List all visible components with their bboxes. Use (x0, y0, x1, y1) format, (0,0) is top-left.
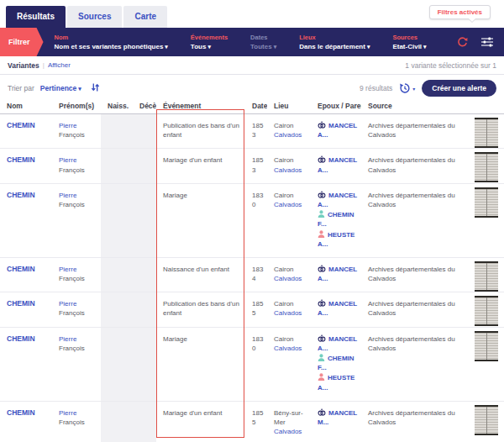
birth-cell (101, 149, 133, 183)
departement-link[interactable]: Calvados (274, 345, 302, 352)
relative-entry: HEUSTE A... (318, 373, 359, 392)
show-variants-link[interactable]: Afficher (48, 61, 71, 69)
firstname-link[interactable]: Pierre (59, 335, 76, 343)
header-naiss[interactable]: Naiss. (101, 99, 133, 114)
relative-entry: MANCEL M... (318, 408, 359, 427)
sort-direction-icon[interactable] (91, 82, 100, 94)
create-alert-button[interactable]: Créer une alerte (422, 80, 496, 97)
filter-group-lieux: Lieux Dans le département▾ (299, 34, 370, 50)
header-deces[interactable]: Décès (133, 99, 156, 114)
death-cell (133, 292, 156, 327)
surname-link[interactable]: CHEMIN (7, 155, 35, 164)
filter-dropdown-sources[interactable]: Etat-Civil▾ (392, 43, 426, 50)
header-date[interactable]: Date (245, 99, 267, 114)
header-evenement[interactable]: Événement (156, 99, 245, 114)
filter-dropdown-dates[interactable]: Toutes▾ (250, 43, 276, 50)
filter-label: Lieux (299, 34, 370, 41)
event-label: Publication des bans d'un enfant (156, 114, 245, 149)
relative-entry: HEUSTE A... (318, 230, 359, 249)
search-history-dropdown[interactable]: ▾ (399, 82, 415, 94)
record-thumbnail[interactable] (475, 331, 498, 361)
death-cell (133, 257, 156, 292)
firstname-link[interactable]: Pierre (59, 192, 76, 199)
relative-entry: CHEMIN F... (318, 354, 359, 372)
event-label: Naissance d'un enfant (156, 257, 245, 292)
result-row: CHEMINPierreFrançoisPublication des bans… (0, 292, 504, 327)
chevron-down-icon: ▾ (412, 86, 415, 92)
header-source[interactable]: Source (361, 99, 472, 114)
chevron-down-icon: ▾ (207, 44, 211, 50)
firstname-link[interactable]: Pierre (59, 156, 76, 164)
chevron-down-icon: ▾ (78, 86, 81, 92)
death-cell (133, 401, 156, 442)
sort-by-label: Trier par (8, 84, 34, 92)
sort-dropdown[interactable]: Pertinence▾ (40, 84, 81, 92)
result-row: CHEMINPierreFrançoisMariage1830CaironCal… (0, 183, 504, 257)
secondary-firstname: François (59, 200, 98, 209)
departement-link[interactable]: Calvados (274, 166, 302, 174)
filter-button[interactable]: Filtrer (0, 28, 44, 56)
departement-link[interactable]: Calvados (274, 131, 302, 139)
firstname-link[interactable]: Pierre (59, 300, 76, 308)
birth-cell (101, 327, 133, 401)
event-date: 1855 (245, 292, 267, 327)
relative-entry: MANCEL A... (318, 155, 359, 174)
rings-icon (318, 408, 326, 416)
chevron-down-icon: ▾ (274, 44, 277, 50)
death-cell (133, 149, 156, 183)
header-prenoms[interactable]: Prénom(s) (52, 99, 101, 114)
rings-icon (318, 299, 326, 307)
tab-carte[interactable]: Carte (123, 6, 167, 28)
results-count: 9 résultats (360, 84, 392, 92)
filter-dropdown-lieux[interactable]: Dans le département▾ (299, 43, 370, 50)
chevron-down-icon: ▾ (367, 44, 370, 50)
surname-link[interactable]: CHEMIN (7, 265, 35, 273)
record-thumbnail[interactable] (475, 118, 498, 148)
place-label: Cairon (274, 121, 308, 130)
filter-group-dates: Dates Toutes▾ (250, 34, 276, 50)
event-date: 1853 (245, 114, 267, 149)
surname-link[interactable]: CHEMIN (7, 191, 35, 199)
record-thumbnail[interactable] (475, 296, 498, 326)
firstname-link[interactable]: Pierre (59, 122, 76, 129)
firstname-link[interactable]: Pierre (59, 409, 76, 417)
birth-cell (101, 257, 133, 292)
filter-bar: Filtrer Nom Nom et ses variantes phonéti… (0, 28, 504, 56)
event-date: 1853 (245, 149, 267, 183)
record-thumbnail[interactable] (475, 187, 498, 218)
departement-link[interactable]: Calvados (274, 309, 302, 317)
rings-icon (318, 191, 326, 198)
surname-link[interactable]: CHEMIN (7, 121, 35, 129)
record-thumbnail[interactable] (475, 152, 498, 182)
filter-dropdown-nom[interactable]: Nom et ses variantes phonétiques▾ (55, 43, 168, 50)
search-results-page: { "glyphs": { "caret": "▾" }, "colors": … (0, 0, 504, 442)
secondary-firstname: François (59, 418, 98, 427)
refresh-icon[interactable] (457, 37, 468, 48)
event-label: Publication des bans d'un enfant (156, 292, 245, 327)
departement-link[interactable]: Calvados (274, 201, 302, 208)
relative-entry: MANCEL A... (318, 121, 359, 139)
secondary-firstname: François (59, 274, 98, 283)
result-row: CHEMINPierreFrançoisPublication des bans… (0, 114, 504, 149)
relative-entry: MANCEL A... (318, 265, 359, 283)
filter-dropdown-evenements[interactable]: Tous▾ (191, 43, 228, 50)
surname-link[interactable]: CHEMIN (7, 334, 35, 343)
surname-link[interactable]: CHEMIN (7, 299, 35, 308)
firstname-link[interactable]: Pierre (59, 266, 76, 273)
tab-resultats[interactable]: Résultats (6, 6, 66, 28)
surname-link[interactable]: CHEMIN (7, 408, 35, 417)
header-lieu[interactable]: Lieu (267, 99, 311, 114)
sliders-icon[interactable] (481, 37, 493, 47)
event-date: 1855 (245, 401, 267, 442)
source-label: Archives départementales du Calvados (361, 149, 472, 183)
departement-link[interactable]: Calvados (274, 428, 302, 435)
tab-sources[interactable]: Sources (67, 6, 122, 28)
event-date: 1830 (245, 327, 267, 401)
header-epoux-parents[interactable]: Epoux / Parents (311, 99, 361, 114)
departement-link[interactable]: Calvados (274, 275, 302, 282)
record-thumbnail[interactable] (475, 261, 498, 292)
person-icon (318, 210, 325, 218)
birth-cell (101, 183, 133, 257)
header-nom[interactable]: Nom (0, 99, 52, 114)
record-thumbnail[interactable] (475, 405, 498, 435)
